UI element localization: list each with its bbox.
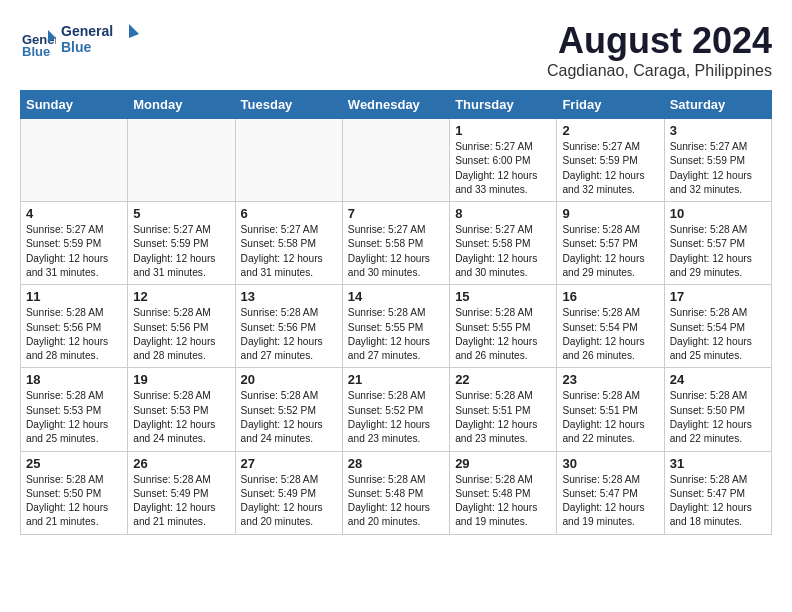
calendar-week-1: 1Sunrise: 5:27 AMSunset: 6:00 PMDaylight… [21,119,772,202]
calendar-day-cell: 20Sunrise: 5:28 AMSunset: 5:52 PMDayligh… [235,368,342,451]
day-number: 8 [455,206,551,221]
day-info: Sunrise: 5:28 AMSunset: 5:50 PMDaylight:… [670,389,766,446]
day-info: Sunrise: 5:28 AMSunset: 5:52 PMDaylight:… [241,389,337,446]
weekday-header-saturday: Saturday [664,91,771,119]
day-info: Sunrise: 5:28 AMSunset: 5:55 PMDaylight:… [348,306,444,363]
title-block: August 2024 Cagdianao, Caraga, Philippin… [547,20,772,80]
svg-text:Blue: Blue [22,44,50,58]
calendar-day-cell: 3Sunrise: 5:27 AMSunset: 5:59 PMDaylight… [664,119,771,202]
calendar-week-4: 18Sunrise: 5:28 AMSunset: 5:53 PMDayligh… [21,368,772,451]
day-info: Sunrise: 5:28 AMSunset: 5:54 PMDaylight:… [562,306,658,363]
day-info: Sunrise: 5:28 AMSunset: 5:51 PMDaylight:… [562,389,658,446]
day-info: Sunrise: 5:28 AMSunset: 5:49 PMDaylight:… [241,473,337,530]
logo-svg: General Blue [61,20,141,60]
calendar-day-cell: 19Sunrise: 5:28 AMSunset: 5:53 PMDayligh… [128,368,235,451]
day-number: 18 [26,372,122,387]
logo-icon: General Blue [20,22,56,58]
day-number: 6 [241,206,337,221]
calendar-day-cell: 23Sunrise: 5:28 AMSunset: 5:51 PMDayligh… [557,368,664,451]
calendar-day-cell: 30Sunrise: 5:28 AMSunset: 5:47 PMDayligh… [557,451,664,534]
day-number: 16 [562,289,658,304]
day-number: 26 [133,456,229,471]
svg-text:General: General [61,23,113,39]
logo: General Blue General Blue [20,20,141,60]
day-info: Sunrise: 5:28 AMSunset: 5:49 PMDaylight:… [133,473,229,530]
day-info: Sunrise: 5:27 AMSunset: 5:59 PMDaylight:… [26,223,122,280]
day-number: 27 [241,456,337,471]
calendar-week-5: 25Sunrise: 5:28 AMSunset: 5:50 PMDayligh… [21,451,772,534]
calendar-day-cell [128,119,235,202]
calendar-day-cell: 15Sunrise: 5:28 AMSunset: 5:55 PMDayligh… [450,285,557,368]
day-info: Sunrise: 5:28 AMSunset: 5:47 PMDaylight:… [562,473,658,530]
svg-text:Blue: Blue [61,39,92,55]
calendar-day-cell: 26Sunrise: 5:28 AMSunset: 5:49 PMDayligh… [128,451,235,534]
calendar-day-cell: 31Sunrise: 5:28 AMSunset: 5:47 PMDayligh… [664,451,771,534]
weekday-header-thursday: Thursday [450,91,557,119]
day-info: Sunrise: 5:28 AMSunset: 5:48 PMDaylight:… [455,473,551,530]
day-number: 31 [670,456,766,471]
calendar-day-cell: 5Sunrise: 5:27 AMSunset: 5:59 PMDaylight… [128,202,235,285]
day-number: 17 [670,289,766,304]
day-info: Sunrise: 5:28 AMSunset: 5:57 PMDaylight:… [670,223,766,280]
calendar-day-cell: 21Sunrise: 5:28 AMSunset: 5:52 PMDayligh… [342,368,449,451]
day-number: 5 [133,206,229,221]
day-info: Sunrise: 5:28 AMSunset: 5:48 PMDaylight:… [348,473,444,530]
weekday-header-row: SundayMondayTuesdayWednesdayThursdayFrid… [21,91,772,119]
day-info: Sunrise: 5:28 AMSunset: 5:56 PMDaylight:… [241,306,337,363]
day-info: Sunrise: 5:28 AMSunset: 5:53 PMDaylight:… [133,389,229,446]
calendar-day-cell [235,119,342,202]
weekday-header-sunday: Sunday [21,91,128,119]
weekday-header-tuesday: Tuesday [235,91,342,119]
calendar-day-cell: 28Sunrise: 5:28 AMSunset: 5:48 PMDayligh… [342,451,449,534]
calendar-day-cell: 17Sunrise: 5:28 AMSunset: 5:54 PMDayligh… [664,285,771,368]
calendar-day-cell: 14Sunrise: 5:28 AMSunset: 5:55 PMDayligh… [342,285,449,368]
day-info: Sunrise: 5:27 AMSunset: 6:00 PMDaylight:… [455,140,551,197]
day-info: Sunrise: 5:28 AMSunset: 5:54 PMDaylight:… [670,306,766,363]
day-number: 12 [133,289,229,304]
weekday-header-monday: Monday [128,91,235,119]
calendar-day-cell: 16Sunrise: 5:28 AMSunset: 5:54 PMDayligh… [557,285,664,368]
day-info: Sunrise: 5:28 AMSunset: 5:55 PMDaylight:… [455,306,551,363]
day-info: Sunrise: 5:27 AMSunset: 5:58 PMDaylight:… [241,223,337,280]
day-number: 13 [241,289,337,304]
day-info: Sunrise: 5:28 AMSunset: 5:53 PMDaylight:… [26,389,122,446]
calendar-table: SundayMondayTuesdayWednesdayThursdayFrid… [20,90,772,535]
month-year-title: August 2024 [547,20,772,62]
calendar-week-3: 11Sunrise: 5:28 AMSunset: 5:56 PMDayligh… [21,285,772,368]
calendar-day-cell: 2Sunrise: 5:27 AMSunset: 5:59 PMDaylight… [557,119,664,202]
day-number: 14 [348,289,444,304]
calendar-day-cell: 4Sunrise: 5:27 AMSunset: 5:59 PMDaylight… [21,202,128,285]
calendar-day-cell: 7Sunrise: 5:27 AMSunset: 5:58 PMDaylight… [342,202,449,285]
day-number: 28 [348,456,444,471]
day-number: 1 [455,123,551,138]
calendar-day-cell: 22Sunrise: 5:28 AMSunset: 5:51 PMDayligh… [450,368,557,451]
calendar-day-cell [21,119,128,202]
day-info: Sunrise: 5:28 AMSunset: 5:50 PMDaylight:… [26,473,122,530]
day-number: 2 [562,123,658,138]
day-info: Sunrise: 5:27 AMSunset: 5:59 PMDaylight:… [670,140,766,197]
weekday-header-friday: Friday [557,91,664,119]
svg-marker-5 [129,24,139,38]
day-number: 19 [133,372,229,387]
day-number: 30 [562,456,658,471]
day-info: Sunrise: 5:27 AMSunset: 5:58 PMDaylight:… [348,223,444,280]
calendar-day-cell: 24Sunrise: 5:28 AMSunset: 5:50 PMDayligh… [664,368,771,451]
day-info: Sunrise: 5:27 AMSunset: 5:59 PMDaylight:… [133,223,229,280]
day-number: 23 [562,372,658,387]
day-number: 11 [26,289,122,304]
weekday-header-wednesday: Wednesday [342,91,449,119]
day-number: 15 [455,289,551,304]
day-number: 7 [348,206,444,221]
calendar-day-cell: 18Sunrise: 5:28 AMSunset: 5:53 PMDayligh… [21,368,128,451]
calendar-day-cell: 12Sunrise: 5:28 AMSunset: 5:56 PMDayligh… [128,285,235,368]
day-number: 4 [26,206,122,221]
calendar-day-cell: 1Sunrise: 5:27 AMSunset: 6:00 PMDaylight… [450,119,557,202]
day-number: 9 [562,206,658,221]
calendar-day-cell: 10Sunrise: 5:28 AMSunset: 5:57 PMDayligh… [664,202,771,285]
day-number: 10 [670,206,766,221]
day-number: 20 [241,372,337,387]
day-number: 25 [26,456,122,471]
calendar-day-cell: 13Sunrise: 5:28 AMSunset: 5:56 PMDayligh… [235,285,342,368]
day-info: Sunrise: 5:28 AMSunset: 5:57 PMDaylight:… [562,223,658,280]
day-number: 29 [455,456,551,471]
